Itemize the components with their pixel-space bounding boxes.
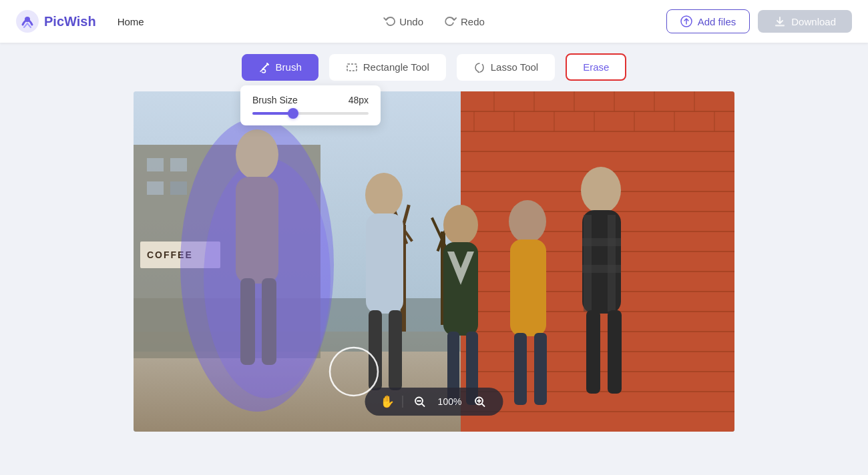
undo-button[interactable]: Undo xyxy=(383,15,423,27)
brush-size-row: Brush Size 48px xyxy=(252,95,369,105)
undo-label: Undo xyxy=(399,16,423,27)
svg-rect-4 xyxy=(347,64,357,71)
zoom-out-icon xyxy=(414,396,426,408)
erase-label: Erase xyxy=(583,61,609,73)
brush-tool-button[interactable]: Brush xyxy=(242,54,318,81)
brush-size-label: Brush Size xyxy=(252,95,298,105)
nav-home[interactable]: Home xyxy=(118,16,144,27)
redo-label: Redo xyxy=(461,16,485,27)
brush-icon xyxy=(258,61,270,73)
rectangle-tool-button[interactable]: Rectangle Tool xyxy=(329,54,446,81)
zoom-level: 100% xyxy=(437,396,463,407)
toolbar: Brush Rectangle Tool Lasso Tool Erase Br… xyxy=(0,43,868,91)
svg-rect-3 xyxy=(775,25,785,27)
download-icon xyxy=(774,15,786,27)
brush-size-value: 48px xyxy=(349,95,369,105)
upload-icon xyxy=(680,15,692,27)
zoom-in-icon xyxy=(474,396,486,408)
undo-icon xyxy=(383,15,395,27)
slider-thumb[interactable] xyxy=(288,108,298,119)
sidewalk xyxy=(134,338,734,432)
app-name: PicWish xyxy=(44,14,96,29)
rectangle-tool-label: Rectangle Tool xyxy=(363,61,429,73)
erase-button[interactable]: Erase xyxy=(566,53,626,81)
header-center-actions: Undo Redo xyxy=(383,15,485,27)
header: PicWish Home Undo Redo Add files xyxy=(0,0,868,43)
add-files-label: Add files xyxy=(698,16,736,27)
header-right: Add files Download xyxy=(666,9,852,33)
logo-area: PicWish xyxy=(16,10,96,33)
zoom-bar: ✋ 100% xyxy=(365,388,503,416)
lasso-tool-label: Lasso Tool xyxy=(491,61,538,73)
brush-size-slider-track[interactable] xyxy=(252,112,369,115)
pan-tool-icon[interactable]: ✋ xyxy=(380,394,395,409)
svg-line-81 xyxy=(422,404,425,407)
zoom-in-button[interactable] xyxy=(471,396,489,408)
add-files-button[interactable]: Add files xyxy=(666,9,750,33)
download-label: Download xyxy=(791,16,836,27)
zoom-divider xyxy=(403,396,403,408)
download-button[interactable]: Download xyxy=(758,10,852,33)
redo-icon xyxy=(445,15,457,27)
redo-button[interactable]: Redo xyxy=(445,15,485,27)
lasso-icon xyxy=(473,61,485,73)
brush-tool-label: Brush xyxy=(276,61,302,73)
logo-icon xyxy=(16,10,39,33)
brush-panel: Brush Size 48px xyxy=(240,85,381,125)
svg-line-84 xyxy=(482,404,485,407)
canvas-area: COFFEE xyxy=(0,91,868,432)
image-container[interactable]: COFFEE xyxy=(134,91,734,432)
lasso-tool-button[interactable]: Lasso Tool xyxy=(457,54,555,81)
svg-point-1 xyxy=(25,17,30,22)
rectangle-icon xyxy=(346,61,358,73)
slider-fill xyxy=(252,112,293,115)
zoom-out-button[interactable] xyxy=(411,396,429,408)
